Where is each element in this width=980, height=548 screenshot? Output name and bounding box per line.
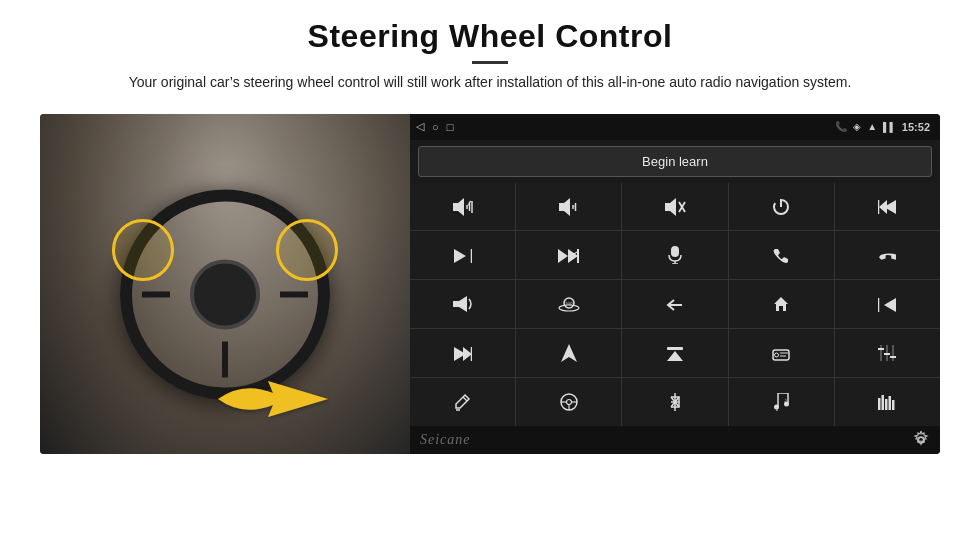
svg-point-72 (919, 438, 924, 443)
grid-cell-nav[interactable] (516, 329, 621, 377)
eject-icon (667, 345, 683, 361)
spoke-right (280, 291, 308, 297)
steering-wheel-image (40, 114, 410, 454)
grid-cell-ff[interactable] (516, 231, 621, 279)
svg-marker-17 (879, 200, 887, 214)
steering-wheel-center (190, 259, 260, 329)
steering-wheel-icon (560, 393, 578, 411)
grid-cell-mic[interactable] (622, 231, 727, 279)
title-divider (472, 61, 508, 64)
svg-line-23 (574, 252, 577, 254)
skip-ff-icon (454, 345, 472, 361)
svg-marker-10 (665, 198, 676, 216)
svg-marker-39 (667, 351, 683, 361)
horn-icon (453, 296, 473, 313)
svg-point-54 (566, 399, 571, 404)
grid-cell-radio[interactable] (729, 329, 834, 377)
vol-up-icon: + (452, 198, 474, 216)
grid-cell-eject[interactable] (622, 329, 727, 377)
android-panel: ◁ ○ □ 📞 ◈ ▲ ▌▌ 15:52 Begin learn (410, 114, 940, 454)
grid-cell-skip-next[interactable] (410, 231, 515, 279)
prev-track-icon (878, 199, 896, 215)
location-icon: ◈ (853, 121, 861, 132)
grid-cell-bluetooth[interactable] (622, 378, 727, 426)
music-icon: ♪ (773, 393, 789, 411)
grid-cell-music[interactable]: ♪ (729, 378, 834, 426)
svg-rect-70 (892, 400, 895, 410)
navigate-icon (561, 344, 577, 362)
grid-cell-vol-up[interactable]: + (410, 183, 515, 231)
home-nav-icon[interactable]: ○ (432, 121, 439, 133)
grid-cell-eq[interactable] (835, 329, 940, 377)
grid-cell-horn[interactable] (410, 280, 515, 328)
status-bar-right: 📞 ◈ ▲ ▌▌ 15:52 (835, 121, 930, 133)
grid-cell-end-call[interactable] (835, 231, 940, 279)
title-section: Steering Wheel Control Your original car… (40, 18, 940, 106)
equalizer-icon (878, 345, 896, 362)
svg-point-42 (775, 353, 779, 357)
status-bar-left: ◁ ○ □ (416, 120, 453, 133)
svg-marker-0 (453, 198, 464, 216)
svg-marker-32 (774, 297, 788, 311)
left-button-highlight (112, 219, 174, 281)
icon-grid: + - (410, 183, 940, 426)
begin-learn-button[interactable]: Begin learn (418, 146, 932, 177)
end-call-icon (878, 247, 896, 264)
grid-cell-steering[interactable] (516, 378, 621, 426)
main-title: Steering Wheel Control (40, 18, 940, 55)
subtitle: Your original car’s steering wheel contr… (40, 72, 940, 94)
settings-gear-icon[interactable] (912, 430, 930, 449)
vol-down-icon: - (558, 198, 580, 216)
grid-cell-rewind[interactable] (835, 280, 940, 328)
back-arrow-icon (666, 296, 684, 312)
status-bar: ◁ ○ □ 📞 ◈ ▲ ▌▌ 15:52 (410, 114, 940, 140)
grid-cell-360[interactable]: 360° (516, 280, 621, 328)
fast-forward-icon (558, 248, 580, 264)
page-container: Steering Wheel Control Your original car… (0, 0, 980, 548)
grid-cell-mute[interactable] (622, 183, 727, 231)
right-button-highlight (276, 219, 338, 281)
grid-cell-power[interactable] (729, 183, 834, 231)
pen-icon (455, 393, 471, 411)
radio-icon (772, 345, 790, 361)
grid-cell-pen[interactable] (410, 378, 515, 426)
grid-cell-bars[interactable] (835, 378, 940, 426)
svg-marker-37 (463, 347, 472, 361)
svg-marker-27 (453, 296, 467, 312)
svg-rect-67 (882, 395, 885, 410)
svg-line-51 (463, 397, 467, 401)
wifi-icon: ▲ (867, 121, 877, 132)
mic-icon (668, 246, 682, 264)
recents-nav-icon[interactable]: □ (447, 121, 454, 133)
svg-marker-6 (559, 198, 570, 216)
360-icon: 360° (557, 295, 581, 313)
svg-rect-41 (773, 350, 789, 360)
svg-text:♪: ♪ (784, 397, 787, 403)
phone-icon (773, 247, 789, 264)
svg-rect-66 (878, 398, 881, 410)
grid-cell-skip-ff[interactable] (410, 329, 515, 377)
spoke-left (142, 291, 170, 297)
battery-icon: ▌▌ (883, 122, 896, 132)
seicane-brand: Seicane (420, 432, 471, 448)
mute-icon (664, 198, 686, 216)
yellow-arrow-svg (213, 371, 333, 426)
svg-rect-69 (889, 396, 892, 410)
grid-cell-back[interactable] (622, 280, 727, 328)
svg-rect-68 (885, 399, 888, 410)
content-row: ◁ ○ □ 📞 ◈ ▲ ▌▌ 15:52 Begin learn (40, 114, 940, 454)
grid-cell-phone[interactable] (729, 231, 834, 279)
svg-rect-24 (671, 246, 679, 257)
phone-signal-icon: 📞 (835, 121, 847, 132)
svg-rect-40 (667, 347, 683, 350)
grid-cell-prev-track[interactable] (835, 183, 940, 231)
svg-point-62 (774, 404, 779, 409)
bluetooth-icon (669, 393, 681, 411)
grid-cell-home[interactable] (729, 280, 834, 328)
bottom-bar: Seicane (410, 426, 940, 454)
svg-text:360°: 360° (565, 301, 575, 306)
back-nav-icon[interactable]: ◁ (416, 120, 424, 133)
svg-marker-21 (568, 249, 578, 263)
svg-marker-38 (561, 344, 577, 362)
grid-cell-vol-down[interactable]: - (516, 183, 621, 231)
